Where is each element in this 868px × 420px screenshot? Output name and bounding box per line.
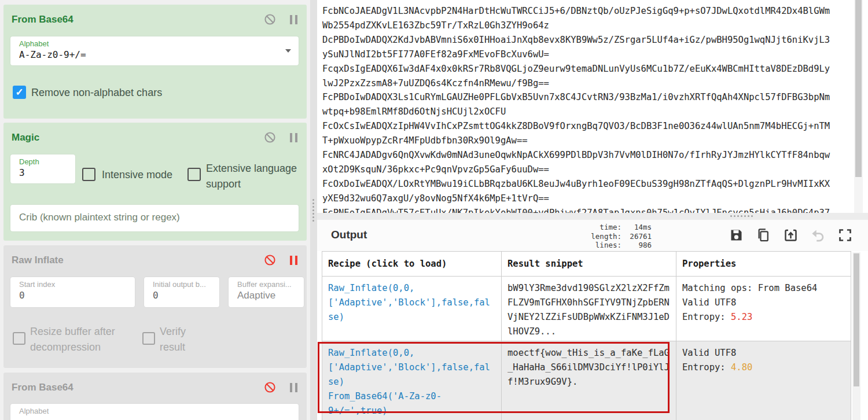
input-text: FcbNCoJAEADgV1L3NAcvpbP2N4HarDtHcWuTWRCC… <box>322 4 830 213</box>
pane-splitter-horizontal[interactable] <box>317 213 868 220</box>
initial-output-value[interactable]: 0 <box>153 290 159 301</box>
magic-row-recipe[interactable]: Raw_Inflate(0,0, ['Adaptive','Block'],fa… <box>322 341 502 420</box>
depth-label: Depth <box>19 157 39 166</box>
stat-lines-label: lines: <box>591 241 621 250</box>
pause-op-icon[interactable] <box>290 383 297 392</box>
initial-output-label: Initial output b... <box>153 280 206 289</box>
prop-matching-ops: Matching ops: From Base64 <box>682 281 845 296</box>
initial-output-input[interactable]: Initial output b... 0 <box>144 277 219 307</box>
input-line: DcPBDoIwDADQX2KdJvbABVmniS6x0IHHoaiJnXqb… <box>322 33 830 47</box>
depth-value[interactable]: 3 <box>19 167 25 178</box>
input-line: FcqxDsIgEADQX6Iw3dAF4x0x0kRSr7Rb8VQGLjoZ… <box>322 62 830 76</box>
disable-op-icon[interactable] <box>264 381 276 393</box>
stat-length-label: length: <box>591 232 621 241</box>
magic-row-result[interactable]: moectf{wow_tHis_is_a_faKe_fLaG _HaHaHa_S… <box>502 341 676 420</box>
input-scrollbar[interactable] <box>854 0 863 213</box>
cyberchef-app: From Base64 Alphabet A-Za-z0-9+/= ✓ Remo… <box>0 0 868 420</box>
verify-result-checkbox[interactable] <box>142 332 155 345</box>
output-toolbar <box>729 227 853 243</box>
input-line: T+pWxuoWpypZcRr4MFpUdbfbn30Rx9Ol9gAw== <box>322 134 830 148</box>
input-line: FcPBDoIwDADQX3Ls1CuRYmLGAUZHe0PFLGbVxB5U… <box>322 90 830 105</box>
op-from-base64-2[interactable]: From Base64 Alphabet <box>3 373 307 420</box>
stat-length-value: 26761 <box>625 232 652 241</box>
input-scrollbar-thumb[interactable] <box>855 0 862 177</box>
op-title: Raw Inflate <box>12 255 64 266</box>
buffer-expansion-select[interactable]: Buffer expansi... Adaptive <box>229 277 304 307</box>
column-header-properties: Properties <box>676 252 851 277</box>
copy-output-icon[interactable] <box>756 227 771 243</box>
input-line: FcOxDoIwEADQX/LOxRtYMBwu19iCLbBRqzbaU6KL… <box>322 177 830 191</box>
input-line: Wb2554pdZXKvLE163Zbc59Tr/TxRzL0Gh3ZYH9o6… <box>322 19 830 33</box>
stat-time-value: 14ms <box>625 223 652 232</box>
column-header-recipe: Recipe (click to load) <box>322 252 502 277</box>
extensive-language-label: Extensive language support <box>206 161 309 192</box>
splitter-grip[interactable] <box>730 215 753 217</box>
input-line: yXE9d32wu6Q7axgU/y8ovNog5NfX4k6MpE+1tVrQ… <box>322 191 830 206</box>
pause-op-icon[interactable] <box>290 15 297 24</box>
output-stats: time: 14ms length: 26761 lines: 986 <box>591 223 652 250</box>
remove-non-alphabet-checkbox[interactable]: ✓ <box>13 86 26 99</box>
pause-op-icon[interactable] <box>290 256 297 265</box>
magic-row-recipe[interactable]: Raw_Inflate(0,0, ['Adaptive','Block'],fa… <box>322 277 502 341</box>
output-scrollbar[interactable] <box>852 252 860 420</box>
prop-entropy: Entropy: 5.23 <box>682 310 845 325</box>
intensive-mode-label: Intensive mode <box>102 169 172 181</box>
start-index-value[interactable]: 0 <box>19 290 25 301</box>
output-scrollbar-thumb[interactable] <box>854 253 859 386</box>
resize-buffer-label: Resize buffer after decompression <box>30 324 131 355</box>
disable-op-icon[interactable] <box>264 13 276 25</box>
extensive-language-checkbox[interactable] <box>187 168 201 181</box>
chevron-down-icon[interactable] <box>285 49 291 53</box>
entropy-value: 5.23 <box>731 312 752 322</box>
input-line: xOt2D9KsquN/36pkxc+Pc9qnVpvzGp5GaFy6uuDw… <box>322 163 830 177</box>
crib-placeholder: Crib (known plaintext string or regex) <box>19 212 180 223</box>
alphabet-select[interactable]: Alphabet <box>10 404 299 420</box>
magic-row-properties: Valid UTF8 Entropy: 4.80 <box>676 341 851 420</box>
disable-op-icon[interactable] <box>264 131 276 143</box>
crib-input[interactable]: Crib (known plaintext string or regex) <box>10 205 299 231</box>
maximize-output-icon[interactable] <box>837 227 853 243</box>
undo-icon[interactable] <box>810 227 826 243</box>
input-line: wtpq+b98EmlRMf8Dd6OtNjsHCUjl2xOCFU <box>322 105 830 119</box>
op-raw-inflate[interactable]: Raw Inflate Start index 0 Initial output… <box>3 245 307 368</box>
magic-row-result[interactable]: bW9lY3Rme3dvd190SGlzX2lzX2FfZm FLZV9mTGF… <box>502 277 676 341</box>
column-header-result: Result snippet <box>502 252 676 277</box>
pause-op-icon[interactable] <box>290 133 297 142</box>
alphabet-label: Alphabet <box>19 39 49 48</box>
stat-lines-value: 986 <box>625 241 652 250</box>
stat-time-label: time: <box>591 223 621 232</box>
output-pane-title: Output <box>331 229 367 241</box>
input-textarea[interactable]: FcbNCoJAEADgV1L3NAcvpbP2N4HarDtHcWuTWRCC… <box>317 0 868 213</box>
alphabet-label: Alphabet <box>19 407 49 415</box>
input-line: FcOxCsIwEADQXzIpHW4VvIhCxPZsmttOG4kkZ8DB… <box>322 119 830 134</box>
move-output-to-input-icon[interactable] <box>783 227 799 243</box>
op-title: From Base64 <box>12 382 73 393</box>
alphabet-value[interactable]: A-Za-z0-9+/= <box>19 49 86 60</box>
buffer-expansion-label: Buffer expansi... <box>237 280 292 289</box>
op-from-base64-1[interactable]: From Base64 Alphabet A-Za-z0-9+/= ✓ Remo… <box>3 5 307 119</box>
recipe-panel: From Base64 Alphabet A-Za-z0-9+/= ✓ Remo… <box>0 0 310 420</box>
intensive-mode-checkbox[interactable] <box>82 168 95 181</box>
resize-buffer-checkbox[interactable] <box>13 332 25 345</box>
save-output-icon[interactable] <box>729 227 744 243</box>
depth-input[interactable]: Depth 3 <box>10 154 75 183</box>
remove-non-alphabet-label: Remove non-alphabet chars <box>31 87 162 99</box>
prop-valid-utf8: Valid UTF8 <box>682 346 845 360</box>
op-magic[interactable]: Magic Depth 3 Intensive mode Extensive l… <box>3 123 307 241</box>
output-magic-table: Recipe (click to load) Result snippet Pr… <box>317 251 852 420</box>
start-index-input[interactable]: Start index 0 <box>10 277 135 307</box>
input-line: FcbNCoJAEADgV1L3NAcvpbP2N4HarDtHcWuTWRCC… <box>322 4 830 19</box>
op-title: Magic <box>12 132 39 143</box>
magic-row-properties: Matching ops: From Base64 Valid UTF8 Ent… <box>676 277 851 341</box>
buffer-expansion-value[interactable]: Adaptive <box>237 290 275 301</box>
start-index-label: Start index <box>19 280 55 289</box>
disable-op-icon[interactable] <box>264 254 276 266</box>
prop-entropy: Entropy: 4.80 <box>682 360 845 375</box>
pane-splitter-vertical[interactable] <box>310 0 317 420</box>
splitter-grip[interactable] <box>312 199 314 222</box>
alphabet-select[interactable]: Alphabet A-Za-z0-9+/= <box>10 36 299 65</box>
verify-result-label: Verify result <box>160 324 212 355</box>
input-line: ySuNJlNdI2bt5FI77A0FEf82a9FxMEvoFBcXuv6w… <box>322 47 830 62</box>
prop-valid-utf8: Valid UTF8 <box>682 296 845 310</box>
output-header: Output time: 14ms length: 26761 lines: 9… <box>317 220 868 251</box>
